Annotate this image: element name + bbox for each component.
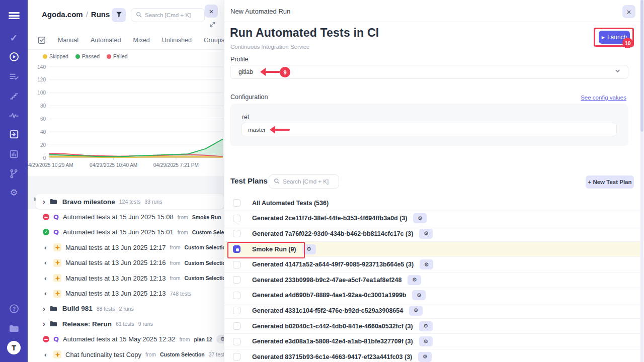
new-test-plan-button[interactable]: + New Test Plan: [586, 175, 634, 189]
plan-checkbox[interactable]: [233, 307, 240, 314]
divider: [28, 49, 224, 50]
run-title: Automated tests at 15 May 2025 12:32: [63, 335, 175, 343]
gear-icon: ⚙: [423, 323, 428, 329]
menu-icon[interactable]: [0, 9, 28, 22]
plan-settings-button[interactable]: ⚙: [412, 290, 426, 300]
run-group-name: Build 981: [62, 305, 93, 312]
drawer-header: New Automated Run ×: [224, 0, 644, 22]
resize-icon[interactable]: [210, 20, 215, 29]
run-source: Custom Selection: [184, 260, 224, 266]
run-row[interactable]: ◐Manual tests at 13 Jun 2025 12:16fromCu…: [28, 255, 224, 270]
scrollbar-thumb[interactable]: [640, 0, 643, 132]
plan-settings-button[interactable]: ⚙: [418, 352, 432, 362]
test-plan-row[interactable]: Generated e3d08a1a-5808-42e4-a1ab-81bfe3…: [224, 334, 640, 349]
tab-manual[interactable]: Manual: [58, 37, 78, 44]
branches-icon[interactable]: [0, 167, 28, 180]
run-row[interactable]: ◐Chat functinality test CopyfromCustom S…: [28, 347, 224, 362]
settings-icon[interactable]: ⚙: [0, 186, 28, 199]
plan-settings-button[interactable]: ⚙: [409, 306, 423, 316]
plan-checkbox[interactable]: [233, 230, 240, 237]
run-badge[interactable]: ⚙test: [216, 335, 224, 343]
see-config-values-link[interactable]: See config values: [581, 95, 626, 101]
plan-checkbox[interactable]: [233, 215, 240, 222]
breadcrumb-project[interactable]: Agoda.com: [42, 10, 83, 19]
ref-input[interactable]: [242, 123, 617, 136]
import-icon[interactable]: [0, 128, 28, 141]
run-group-row[interactable]: ›Bravo milestone124 tests33 runs: [36, 194, 224, 209]
run-row[interactable]: QAutomated tests at 15 Jun 2025 15:08fro…: [28, 209, 224, 224]
run-row[interactable]: QAutomated tests at 15 May 2025 12:32fro…: [28, 332, 224, 347]
plan-settings-button[interactable]: ⚙: [419, 321, 433, 331]
plan-checkbox[interactable]: [233, 338, 240, 345]
folder-icon: [49, 320, 57, 328]
test-plan-row[interactable]: Generated 41471a52-a644-49f7-9085-923713…: [224, 257, 640, 273]
run-title: Manual tests at 13 Jun 2025 12:17: [65, 244, 166, 251]
plan-checkbox[interactable]: [233, 276, 240, 284]
plan-checkbox[interactable]: [233, 245, 240, 253]
search-icon: [274, 177, 280, 186]
plan-checkbox[interactable]: [233, 199, 240, 207]
pulse-icon[interactable]: [0, 109, 28, 122]
chevron-right-icon[interactable]: ›: [43, 198, 45, 205]
search-input[interactable]: [145, 12, 200, 18]
test-plan-row[interactable]: Generated b02040c1-c442-4db0-841e-4660a0…: [224, 319, 640, 334]
plan-label: Generated b02040c1-c442-4db0-841e-4660a0…: [252, 323, 413, 330]
plan-checkbox[interactable]: [233, 353, 240, 360]
plan-settings-button[interactable]: ⚙: [408, 275, 421, 285]
projects-icon[interactable]: [0, 322, 28, 335]
test-plan-row[interactable]: Generated 4331c104-f5f2-476e-b92d-c529a3…: [224, 303, 640, 319]
all-runs-tab-icon[interactable]: [38, 36, 46, 44]
run-row[interactable]: ◐Manual tests at 13 Jun 2025 12:13748 te…: [28, 286, 224, 301]
plan-settings-button[interactable]: ⚙: [419, 229, 433, 239]
filter-button[interactable]: [112, 8, 126, 22]
test-plan-row[interactable]: Generated 83715b93-6c1e-4663-9417-ef23a4…: [224, 349, 640, 362]
test-plan-row[interactable]: Generated 233b0998-b9c2-47ae-a5cf-7ea1af…: [224, 273, 640, 288]
plan-settings-button[interactable]: ⚙: [420, 259, 433, 269]
run-group-row[interactable]: ›Build 98188 tests2 runs: [28, 301, 224, 316]
gear-icon: ⚙: [412, 277, 417, 283]
steps-icon[interactable]: [0, 89, 28, 103]
legend-item: Failed: [107, 53, 128, 59]
breadcrumb: Agoda.com/Runs: [42, 10, 110, 19]
gear-icon: ⚙: [414, 307, 419, 314]
test-plans-icon[interactable]: [0, 70, 28, 83]
tests-icon[interactable]: ✓: [0, 31, 28, 44]
test-plan-row[interactable]: All Automated Tests (536): [224, 196, 640, 211]
svg-text:?: ?: [12, 306, 15, 312]
tab-automated[interactable]: Automated: [91, 37, 121, 44]
plan-checkbox[interactable]: [233, 322, 240, 330]
chevron-right-icon[interactable]: ›: [43, 305, 45, 312]
run-row[interactable]: ◐Manual tests at 13 Jun 2025 12:13fromCu…: [28, 270, 224, 286]
plan-settings-button[interactable]: ⚙: [302, 244, 316, 254]
test-plan-row[interactable]: Generated a4d690b7-8889-4ae1-92aa-0c3001…: [224, 288, 640, 304]
plan-label: Generated 2ce11f7d-38ef-44fe-b353-4f694f…: [252, 215, 407, 222]
test-plan-row[interactable]: Generated 7a76f022-93d0-434b-b462-bb8114…: [224, 226, 640, 242]
panel-close-button[interactable]: ×: [205, 5, 218, 18]
run-group-row[interactable]: ›Release: Rerun61 tests9 runs: [28, 316, 224, 331]
profile-avatar[interactable]: T: [0, 341, 28, 354]
scrollbar[interactable]: [640, 0, 643, 362]
tab-unfinished[interactable]: Unfinished: [162, 37, 192, 44]
plan-settings-button[interactable]: ⚙: [413, 213, 427, 223]
run-row[interactable]: QAutomated tests at 15 Jun 2025 15:01fro…: [28, 225, 224, 240]
drawer-close-button[interactable]: ×: [622, 5, 635, 18]
breadcrumb-page: Runs: [91, 10, 110, 19]
tab-mixed[interactable]: Mixed: [133, 37, 149, 44]
tab-groups[interactable]: Groups: [204, 37, 224, 44]
plan-settings-button[interactable]: ⚙: [419, 336, 433, 346]
run-group-runs-count: 9 runs: [138, 321, 153, 327]
test-plan-row[interactable]: Generated 2ce11f7d-38ef-44fe-b353-4f694f…: [224, 211, 640, 227]
gear-icon: ⚙: [424, 230, 429, 237]
plan-checkbox[interactable]: [233, 292, 240, 299]
chevron-right-icon[interactable]: ›: [43, 320, 45, 327]
breadcrumb-separator: /: [83, 10, 91, 19]
help-icon[interactable]: ?: [0, 302, 28, 315]
plan-checkbox[interactable]: [233, 261, 240, 268]
run-row[interactable]: ◐Manual tests at 13 Jun 2025 12:17fromCu…: [28, 240, 224, 255]
runs-icon[interactable]: [0, 50, 28, 63]
avatar: T: [7, 341, 21, 354]
test-plans-search-input[interactable]: [283, 178, 334, 185]
test-plan-row[interactable]: Smoke Run (9)⚙: [224, 242, 640, 257]
analytics-icon[interactable]: [0, 147, 28, 160]
gear-icon: ⚙: [306, 246, 311, 252]
